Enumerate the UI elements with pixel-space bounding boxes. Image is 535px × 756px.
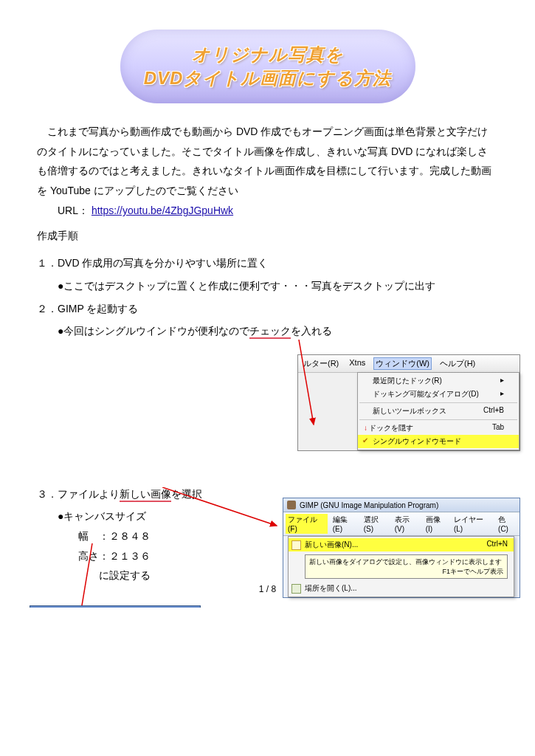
menu-item-dockable[interactable]: ドッキング可能なダイアログ(D)▸ bbox=[358, 388, 519, 401]
document-title-banner: オリジナル写真を DVDタイトル画面にする方法 bbox=[120, 30, 415, 103]
title-line-1: オリジナル写真を bbox=[192, 43, 344, 66]
menu-filter[interactable]: ルター(R) bbox=[301, 357, 341, 370]
intro-paragraph: これまで写真から動画作成でも動画から DVD 作成でもオープニング画面は単色背景… bbox=[37, 122, 498, 200]
new-file-icon bbox=[291, 540, 301, 550]
step-1-sub: ●ここではデスクトップに置くと作成に便利です・・・写真をデスクトップに出す bbox=[58, 276, 498, 296]
menubar: ルター(R) Xtns ウィンドウ(W) ヘルプ(H) bbox=[298, 355, 520, 373]
menu-select[interactable]: 選択(S) bbox=[362, 514, 390, 534]
step-2-sub: ●今回はシングルウインドウが便利なのでチェックを入れる bbox=[58, 321, 498, 341]
procedure-heading: 作成手順 bbox=[37, 230, 498, 243]
menu-view[interactable]: 表示(V) bbox=[393, 514, 421, 534]
title-line-2: DVDタイトル画面にする方法 bbox=[144, 66, 392, 90]
menu-layer[interactable]: レイヤー(L) bbox=[452, 514, 493, 534]
step-3-prefix: ３．ファイルより bbox=[37, 488, 120, 500]
menu-xtns[interactable]: Xtns bbox=[347, 357, 367, 370]
menu-edit[interactable]: 編集(E) bbox=[331, 514, 359, 534]
gimp-window-title: GIMP (GNU Image Manipulation Program) bbox=[300, 501, 438, 509]
screenshot-new-image-dialog: 新しい画像を作成 テンプレート(T): ▾ キャンバスサイズ (画像サイズ) 幅… bbox=[30, 605, 201, 608]
tooltip: 新しい画像をダイアログで設定し、画像ウィンドウに表示します F1キーでヘルプ表示 bbox=[305, 554, 508, 579]
step-3-suffix: を選択 bbox=[171, 488, 202, 500]
step-2-sub-prefix: ●今回はシングルウインドウが便利なので bbox=[58, 325, 249, 337]
menu-item-hide-docks[interactable]: ↓ドックを隠すTab bbox=[358, 422, 519, 435]
menu-item-new-image[interactable]: 新しい画像(N)... Ctrl+N bbox=[289, 538, 514, 551]
dialog-titlebar: 新しい画像を作成 bbox=[30, 606, 200, 608]
tooltip-line2: F1キーでヘルプ表示 bbox=[309, 567, 503, 577]
youtube-link[interactable]: https://youtu.be/4ZbgJGpuHwk bbox=[92, 205, 233, 216]
menu-help[interactable]: ヘルプ(H) bbox=[438, 357, 477, 370]
step-2-sub-suffix: を入れる bbox=[291, 325, 332, 337]
menu-color[interactable]: 色(C) bbox=[496, 514, 517, 534]
menu-window[interactable]: ウィンドウ(W) bbox=[373, 357, 432, 370]
url-label: URL： bbox=[58, 205, 89, 216]
page-number: 1 / 8 bbox=[0, 584, 535, 594]
step-1: １．DVD 作成用の写真を分かりやすい場所に置く bbox=[37, 253, 498, 273]
tooltip-line1: 新しい画像をダイアログで設定し、画像ウィンドウに表示します bbox=[309, 557, 503, 567]
screenshot-window-menu: ルター(R) Xtns ウィンドウ(W) ヘルプ(H) 最近閉じたドック(R)▸… bbox=[297, 354, 520, 451]
menubar-gimp: ファイル(F) 編集(E) 選択(S) 表示(V) 画像(I) レイヤー(L) … bbox=[283, 512, 520, 536]
menu-separator bbox=[359, 402, 517, 403]
menu-item-single-window[interactable]: ✔シングルウィンドウモード bbox=[358, 435, 519, 448]
menu-separator bbox=[359, 419, 517, 420]
menu-item-new-toolbox[interactable]: 新しいツールボックスCtrl+B bbox=[358, 405, 519, 418]
window-menu-dropdown: 最近閉じたドック(R)▸ ドッキング可能なダイアログ(D)▸ 新しいツールボック… bbox=[357, 372, 520, 450]
menu-item-recent-docks[interactable]: 最近閉じたドック(R)▸ bbox=[358, 374, 519, 388]
step-2-sub-underlined: チェック bbox=[249, 325, 291, 339]
menu-file[interactable]: ファイル(F) bbox=[286, 514, 328, 534]
gimp-icon bbox=[287, 501, 296, 509]
step-3-underlined: 新しい画像 bbox=[120, 488, 171, 502]
step-2: ２．GIMP を起動する bbox=[37, 299, 498, 319]
url-line: URL： https://youtu.be/4ZbgJGpuHwk bbox=[37, 205, 498, 218]
gimp-titlebar: GIMP (GNU Image Manipulation Program) bbox=[283, 498, 520, 512]
menu-image[interactable]: 画像(I) bbox=[424, 514, 449, 534]
check-icon: ✔ bbox=[362, 436, 368, 444]
